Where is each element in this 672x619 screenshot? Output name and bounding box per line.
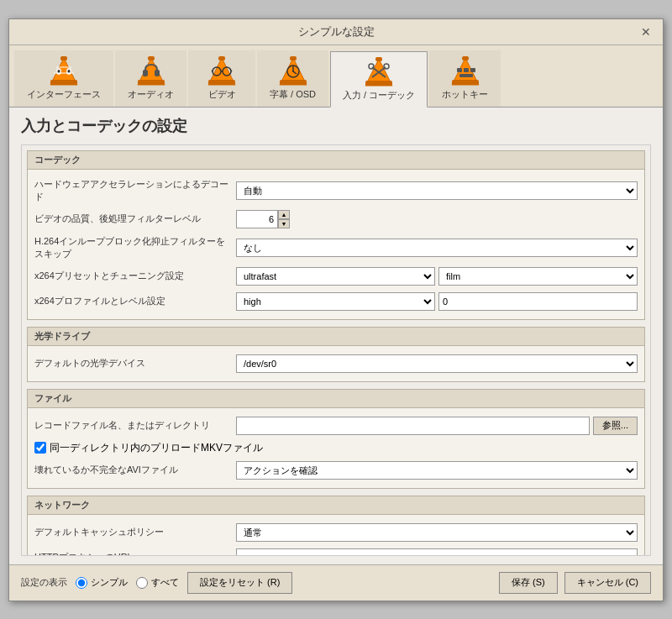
browse-button[interactable]: 参照...: [593, 417, 638, 435]
svg-rect-43: [459, 74, 473, 77]
tab-video[interactable]: ビデオ: [188, 50, 255, 107]
tab-hotkeys[interactable]: ホットキー: [429, 50, 501, 107]
section-codec-content: ハードウェアアクセラレーションによるデコード 自動 ビデオの品質、後処理フィルタ…: [28, 170, 644, 319]
mkv-row: 同一ディレクトリ内のプリロードMKVファイル: [34, 438, 638, 458]
x264-profile-dual: high: [236, 292, 638, 311]
section-codec: コーデック ハードウェアアクセラレーションによるデコード 自動 ビデオの品質: [27, 150, 645, 320]
save-button[interactable]: 保存 (S): [499, 572, 558, 594]
svg-rect-41: [464, 68, 469, 72]
svg-line-22: [231, 71, 232, 71]
svg-rect-38: [452, 80, 479, 85]
cache-label: デフォルトキャッシュポリシー: [34, 526, 236, 538]
proxy-input[interactable]: [236, 548, 638, 556]
dialog-window: シンプルな設定 ✕ インターフェース: [8, 18, 664, 601]
section-file-title: ファイル: [28, 390, 644, 408]
svg-point-35: [369, 64, 374, 69]
svg-rect-40: [457, 68, 462, 72]
section-network-content: デフォルトキャッシュポリシー 通常 HTTPプロキシーのURL: [28, 515, 644, 556]
close-button[interactable]: ✕: [638, 25, 654, 39]
svg-rect-13: [143, 70, 148, 76]
hardware-accel-row: ハードウェアアクセラレーションによるデコード 自動: [34, 175, 638, 207]
optical-device-select[interactable]: /dev/sr0: [236, 354, 638, 373]
x264-level-input[interactable]: [438, 292, 638, 311]
cache-control: 通常: [236, 523, 638, 542]
x264-tune-select[interactable]: film: [438, 267, 638, 286]
record-label: レコードファイル名、またはディレクトリ: [34, 419, 236, 432]
h264-loop-select[interactable]: なし: [236, 239, 638, 257]
spinbox-down-button[interactable]: ▼: [278, 219, 290, 228]
tab-input[interactable]: 入力 / コーデック: [330, 51, 428, 108]
record-control: 参照...: [236, 417, 638, 435]
display-settings-label: 設定の表示: [21, 576, 67, 589]
hardware-accel-label: ハードウェアアクセラレーションによるデコード: [34, 178, 236, 203]
section-optical: 光学ドライブ デフォルトの光学デバイス /dev/sr0: [27, 327, 645, 382]
record-row: レコードファイル名、またはディレクトリ 参照...: [34, 413, 638, 438]
svg-rect-17: [218, 56, 225, 60]
broken-avi-control: アクションを確認: [236, 461, 638, 480]
tab-subtitles-label: 字幕 / OSD: [270, 88, 316, 101]
video-quality-input[interactable]: [236, 210, 278, 228]
svg-line-21: [212, 71, 213, 71]
tab-audio[interactable]: オーディオ: [115, 50, 186, 107]
x264-dual-select: ultrafast film: [236, 267, 638, 286]
proxy-row: HTTPプロキシーのURL: [34, 545, 638, 556]
tab-audio-label: オーディオ: [128, 88, 174, 101]
spinbox-up-button[interactable]: ▲: [278, 210, 290, 219]
svg-point-36: [384, 64, 389, 69]
footer-left: 設定の表示 シンプル すべて 設定をリセット (R): [21, 572, 292, 594]
spinbox-buttons: ▲ ▼: [278, 210, 290, 228]
svg-rect-3: [60, 56, 67, 60]
svg-rect-31: [365, 81, 392, 86]
svg-point-29: [292, 71, 294, 72]
x264-profile-select[interactable]: high: [236, 292, 435, 311]
simple-label: シンプル: [91, 576, 128, 589]
x264-profile-row: x264プロファイルとレベル設定 high: [34, 289, 638, 314]
broken-avi-label: 壊れているか不完全なAVIファイル: [34, 464, 236, 476]
svg-rect-42: [470, 68, 475, 72]
x264-preset-row: x264プリセットとチューニング設定 ultrafast film: [34, 264, 638, 289]
svg-rect-39: [462, 56, 469, 60]
section-file: ファイル レコードファイル名、またはディレクトリ 参照...: [27, 389, 645, 489]
video-quality-control: ▲ ▼: [236, 210, 638, 228]
proxy-label: HTTPプロキシーのURL: [34, 551, 236, 556]
svg-rect-24: [280, 80, 307, 85]
record-input[interactable]: [236, 417, 590, 435]
scroll-area[interactable]: コーデック ハードウェアアクセラレーションによるデコード 自動 ビデオの品質: [21, 144, 651, 556]
titlebar: シンプルな設定 ✕: [9, 19, 663, 45]
simple-radio[interactable]: [76, 577, 87, 589]
section-network: ネットワーク デフォルトキャッシュポリシー 通常 HTTPプロキシーのURL: [27, 496, 645, 556]
x264-preset-control: ultrafast film: [236, 267, 638, 286]
x264-profile-label: x264プロファイルとレベル設定: [34, 295, 236, 307]
section-network-title: ネットワーク: [28, 496, 644, 515]
footer-radios: シンプル すべて: [76, 576, 179, 589]
all-label: すべて: [151, 576, 179, 589]
tab-subtitles[interactable]: 字幕 / OSD: [257, 50, 328, 107]
x264-preset-select[interactable]: ultrafast: [236, 267, 435, 286]
tab-interface[interactable]: インターフェース: [14, 50, 113, 107]
footer-right: 保存 (S) キャンセル (C): [499, 572, 651, 594]
broken-avi-select[interactable]: アクションを確認: [236, 461, 638, 480]
proxy-control: [236, 548, 638, 556]
mkv-checkbox[interactable]: [34, 442, 46, 454]
video-quality-row: ビデオの品質、後処理フィルターレベル ▲ ▼: [34, 207, 638, 232]
cache-select[interactable]: 通常: [236, 523, 638, 542]
tabs-bar: インターフェース オーディオ: [9, 45, 663, 108]
all-radio[interactable]: [136, 577, 148, 589]
tab-interface-label: インターフェース: [27, 88, 101, 101]
window-title: シンプルな設定: [230, 24, 443, 39]
hardware-accel-control: 自動: [236, 181, 638, 200]
tab-hotkeys-label: ホットキー: [442, 88, 488, 101]
hardware-accel-select[interactable]: 自動: [236, 181, 638, 200]
reset-button[interactable]: 設定をリセット (R): [187, 572, 292, 594]
optical-device-row: デフォルトの光学デバイス /dev/sr0: [34, 351, 638, 376]
section-optical-content: デフォルトの光学デバイス /dev/sr0: [28, 346, 644, 381]
video-quality-label: ビデオの品質、後処理フィルターレベル: [34, 212, 236, 225]
svg-rect-11: [138, 80, 165, 85]
section-file-content: レコードファイル名、またはディレクトリ 参照... 同一ディレクトリ内のプリロー…: [28, 408, 644, 488]
cancel-button[interactable]: キャンセル (C): [564, 572, 651, 594]
simple-radio-item: シンプル: [76, 576, 128, 589]
h264-loop-row: H.264インループブロック化抑止フィルターをスキップ なし: [34, 232, 638, 264]
page-title: 入力とコーデックの設定: [21, 116, 651, 136]
all-radio-item: すべて: [136, 576, 179, 589]
svg-rect-14: [155, 70, 160, 76]
